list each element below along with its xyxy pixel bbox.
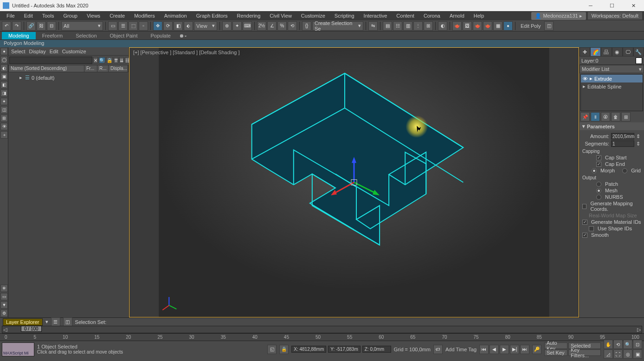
- schematic-icon[interactable]: ⊞: [424, 21, 433, 31]
- tab-motion-icon[interactable]: ◉: [612, 47, 623, 57]
- col-name[interactable]: Name (Sorted Descending): [9, 65, 84, 72]
- angle-snap-icon[interactable]: ∠: [267, 21, 277, 31]
- percent-snap-icon[interactable]: %: [277, 21, 287, 31]
- menu-interactive[interactable]: Interactive: [359, 12, 392, 19]
- timetag-icon[interactable]: 🏷: [433, 345, 443, 354]
- helper-icon[interactable]: ◧: [0, 81, 8, 89]
- tree-node-default[interactable]: ▸ ☰ 0 (default): [10, 74, 127, 81]
- cap-end-checkbox[interactable]: ✓: [596, 162, 601, 167]
- rendered-frame-icon[interactable]: 🖼: [463, 21, 472, 31]
- render-corona-icon[interactable]: ●: [503, 21, 513, 31]
- prev-frame-icon[interactable]: ◀: [489, 345, 499, 354]
- ribbon-populate[interactable]: Populate: [144, 32, 177, 39]
- menu-scripting[interactable]: Scripting: [330, 12, 359, 19]
- goto-end-icon[interactable]: ⏭: [520, 345, 529, 354]
- exp-customize[interactable]: Customize: [62, 49, 86, 54]
- user-button[interactable]: 👤 Medonozza131 ▸: [531, 12, 586, 20]
- mesh-radio[interactable]: [596, 188, 601, 193]
- grid-radio[interactable]: [622, 168, 627, 173]
- menu-edit[interactable]: Edit: [19, 12, 38, 19]
- ribbon-freeform[interactable]: Freeform: [36, 32, 70, 39]
- tab-utilities-icon[interactable]: 🔧: [633, 47, 644, 57]
- eye-icon[interactable]: 👁: [583, 76, 588, 82]
- layer-btn2-icon[interactable]: ◫: [63, 317, 72, 327]
- polygon-modeling-panel[interactable]: Polygon Modeling: [0, 40, 644, 47]
- menu-create[interactable]: Create: [105, 12, 129, 19]
- segments-spinner[interactable]: 1: [611, 140, 634, 147]
- ref-coord[interactable]: View▾: [194, 21, 217, 31]
- time-thumb[interactable]: 0 / 100: [21, 326, 42, 332]
- ribbon-selection[interactable]: Selection: [69, 32, 103, 39]
- hide-icon[interactable]: 👁: [0, 123, 8, 130]
- layer-btn1-icon[interactable]: ☰: [51, 317, 60, 327]
- shape-icon[interactable]: ◯: [0, 56, 8, 63]
- menu-help[interactable]: Help: [469, 12, 489, 19]
- exp-display[interactable]: Display: [29, 49, 46, 54]
- geometry-icon[interactable]: ●: [0, 48, 8, 55]
- viewport-label[interactable]: [+] [Perspective ] [Standard ] [Default …: [133, 50, 240, 55]
- select-rotate-icon[interactable]: ⟳: [163, 21, 173, 31]
- amount-spinner[interactable]: 2010,5mm: [611, 133, 634, 139]
- play-icon[interactable]: ▶: [500, 345, 509, 354]
- viewport-perspective[interactable]: [+] [Perspective ] [Standard ] [Default …: [129, 47, 579, 317]
- maxscript-listener[interactable]: MAXScript Mi: [2, 342, 34, 356]
- filter-icon[interactable]: ▼: [0, 301, 8, 309]
- rollout-parameters[interactable]: ▾Parameters: [580, 122, 644, 130]
- ribbon-rec-icon[interactable]: ⏺▾: [177, 32, 189, 39]
- modifier-list-dropdown[interactable]: Modifier List▾: [580, 65, 644, 73]
- configure-sets-icon[interactable]: ⊞: [621, 112, 631, 121]
- select-move-icon[interactable]: ✥: [153, 21, 162, 31]
- toggle-layer-icon[interactable]: ▥: [403, 21, 412, 31]
- selection-filter[interactable]: All▾: [61, 21, 103, 31]
- close-button[interactable]: ✕: [623, 0, 644, 11]
- space-warp-icon[interactable]: ◨: [0, 89, 8, 97]
- material-editor-icon[interactable]: ◐: [438, 21, 447, 31]
- explorer-search-input[interactable]: [9, 57, 92, 64]
- coord-y[interactable]: Y: -517,083m: [328, 346, 360, 353]
- make-unique-icon[interactable]: ⦿: [601, 112, 610, 121]
- menu-corona[interactable]: Corona: [419, 12, 445, 19]
- use-shape-ids-checkbox[interactable]: [589, 226, 594, 231]
- named-selection[interactable]: Create Selection Se▾: [312, 21, 363, 31]
- light-icon[interactable]: ◐: [0, 64, 8, 72]
- time-prev-icon[interactable]: ◁: [3, 327, 7, 333]
- isolate-icon[interactable]: ◱: [267, 345, 277, 354]
- layer-explorer-dropdown[interactable]: Layer Explorer: [3, 318, 43, 326]
- time-slider[interactable]: ◁ 0 / 100 ▷: [2, 326, 642, 333]
- menu-group[interactable]: Group: [58, 12, 82, 19]
- state-sets-icon[interactable]: ▦: [493, 21, 502, 31]
- menu-arnold[interactable]: Arnold: [445, 12, 469, 19]
- spinner-snap-icon[interactable]: ⟲: [288, 21, 297, 31]
- lock-icon[interactable]: 🔒: [106, 57, 113, 63]
- patch-radio[interactable]: [596, 182, 601, 187]
- group-icon[interactable]: ⊞: [0, 114, 8, 122]
- render-prod-icon[interactable]: 🫖: [483, 21, 492, 31]
- tab-display-icon[interactable]: 🖵: [623, 47, 633, 57]
- goto-start-icon[interactable]: ⏮: [479, 345, 489, 354]
- link-icon[interactable]: 🔗: [26, 21, 36, 31]
- ribbon-modeling[interactable]: Modeling: [2, 32, 36, 39]
- maximize-button[interactable]: ☐: [601, 0, 623, 11]
- render-icon[interactable]: 🫖: [473, 21, 482, 31]
- arc-rotate-icon[interactable]: ⟲: [613, 340, 623, 349]
- zoom-icon[interactable]: 🔍: [623, 340, 632, 349]
- pivot-icon[interactable]: ⊕: [222, 21, 232, 31]
- key-mode-icon[interactable]: 🔑: [532, 345, 541, 354]
- lock-selection-icon[interactable]: 🔒: [279, 345, 289, 354]
- morph-radio[interactable]: [592, 168, 597, 173]
- tab-hierarchy-icon[interactable]: 品: [601, 47, 612, 57]
- rect-region-icon[interactable]: ⬚: [129, 21, 138, 31]
- menu-views[interactable]: Views: [82, 12, 105, 19]
- exp-edit[interactable]: Edit: [50, 49, 58, 54]
- cap-start-checkbox[interactable]: ✓: [596, 155, 601, 160]
- menu-rendering[interactable]: Rendering: [232, 12, 265, 19]
- exp-select[interactable]: Select: [11, 49, 26, 54]
- menu-file[interactable]: File: [2, 12, 19, 19]
- menu-graph-editors[interactable]: Graph Editors: [192, 12, 232, 19]
- expand-icon[interactable]: ▸: [19, 75, 23, 81]
- exp-tb2-icon[interactable]: ⇊: [119, 57, 124, 63]
- zoom-extents-icon[interactable]: ⛶: [613, 349, 623, 359]
- layer-explorer-icon[interactable]: ☷: [393, 21, 402, 31]
- nurbs-radio[interactable]: [596, 195, 601, 200]
- display-icon[interactable]: ▭: [0, 293, 8, 300]
